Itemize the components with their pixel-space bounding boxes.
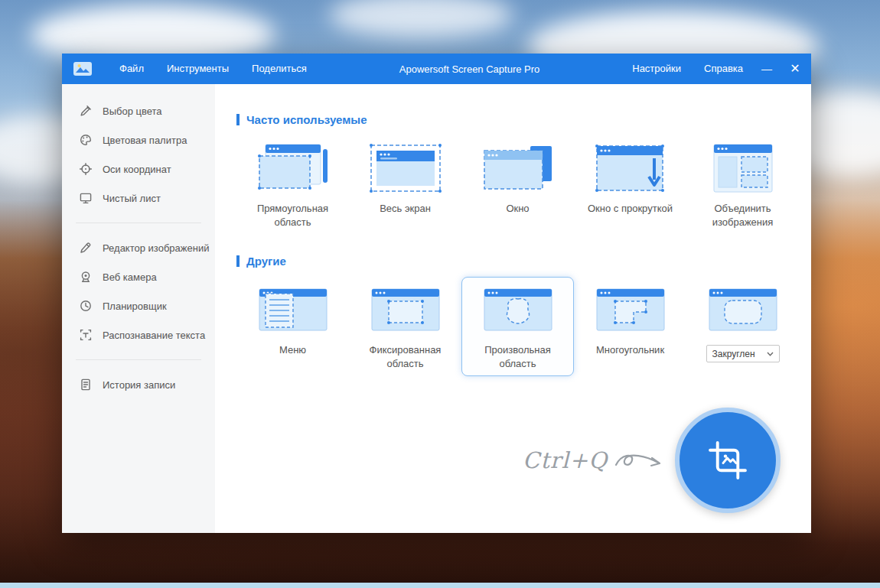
section-frequently-used: Часто используемые: [236, 113, 811, 126]
sidebar-item-label: Чистый лист: [103, 193, 161, 204]
tile-polygon[interactable]: Многоугольник: [574, 277, 686, 376]
app-logo-icon: [73, 61, 93, 76]
tile-label: Меню: [279, 343, 306, 371]
rectangular-area-icon: [256, 143, 330, 193]
tile-label: Многоугольник: [596, 343, 664, 371]
sidebar-item-label: Веб камера: [103, 271, 157, 283]
tile-label: Весь экран: [380, 202, 431, 229]
monitor-icon: [79, 191, 93, 205]
sidebar-divider: [76, 359, 201, 360]
capture-area: Ctrl+Q: [523, 408, 781, 513]
sidebar-item-label: Распознавание текста: [103, 330, 205, 341]
section-title-text: Часто используемые: [246, 113, 367, 126]
color-picker-icon: [79, 104, 93, 118]
cloud: [329, 0, 513, 38]
palette-icon: [79, 133, 93, 147]
main-panel: Часто используемые: [215, 84, 811, 533]
tile-label: Окно с прокруткой: [588, 202, 673, 229]
tile-rectangular-area[interactable]: Прямоугольная область: [236, 135, 349, 235]
menu-share[interactable]: Поделиться: [240, 54, 318, 84]
sidebar-item-label: Оси координат: [103, 164, 171, 175]
tile-freeform-area[interactable]: Произвольная область: [461, 277, 574, 376]
window-title: Apowersoft Screen Capture Pro: [318, 63, 621, 75]
crosshair-icon: [79, 162, 93, 176]
polygon-icon: [594, 284, 667, 335]
menu-help[interactable]: Справка: [693, 54, 755, 84]
capture-button[interactable]: [675, 408, 781, 513]
sidebar-item-axes[interactable]: Оси координат: [62, 154, 215, 184]
crop-capture-icon: [706, 438, 750, 482]
sidebar-item-record-history[interactable]: История записи: [62, 370, 215, 399]
close-button[interactable]: ✕: [779, 54, 811, 84]
curly-arrow-icon: [614, 451, 669, 477]
sidebar-item-scheduler[interactable]: Планировщик: [62, 291, 215, 320]
sidebar-item-label: Редактор изображений: [103, 242, 209, 254]
tile-window[interactable]: Окно: [461, 135, 574, 235]
tile-label: Окно: [506, 202, 529, 229]
sidebar-item-label: Выбор цвета: [103, 106, 162, 117]
menu-settings[interactable]: Настройки: [621, 54, 693, 84]
window-icon: [481, 143, 555, 193]
tile-label: Фиксированная область: [357, 343, 455, 371]
tile-label: Произвольная область: [469, 343, 567, 371]
capture-shortcut-label: Ctrl+Q: [523, 447, 608, 473]
ocr-icon: [79, 328, 93, 342]
menu-file[interactable]: Файл: [108, 54, 155, 84]
tile-scrolling-window[interactable]: Окно с прокруткой: [574, 135, 686, 235]
chevron-down-icon: [767, 352, 774, 356]
titlebar[interactable]: Файл Инструменты Поделиться Apowersoft S…: [62, 54, 811, 84]
sidebar-item-ocr[interactable]: Распознавание текста: [62, 320, 215, 349]
desktop-bottom-strip: [0, 583, 880, 588]
section-others: Другие: [236, 255, 811, 268]
tile-menu[interactable]: Меню: [236, 277, 349, 376]
history-icon: [79, 378, 93, 391]
sidebar-item-webcam[interactable]: Веб камера: [62, 262, 215, 291]
section-accent-bar: [236, 255, 240, 267]
clock-icon: [79, 299, 93, 313]
corner-style-value: Закруглен: [712, 349, 755, 359]
pencil-icon: [79, 241, 93, 255]
full-screen-icon: [369, 143, 442, 193]
sidebar-item-label: Планировщик: [103, 300, 167, 312]
tile-fixed-area[interactable]: Фиксированная область: [349, 277, 461, 376]
minimize-button[interactable]: —: [755, 54, 779, 84]
tile-full-screen[interactable]: Весь экран: [349, 135, 461, 235]
frequently-used-tiles: Прямоугольная область: [236, 135, 811, 235]
webcam-icon: [79, 270, 93, 284]
tile-rounded-area[interactable]: Закруглен: [686, 277, 799, 376]
tile-merge-images[interactable]: Объединить изображения: [686, 135, 799, 235]
tile-label: Объединить изображения: [694, 202, 792, 229]
merge-images-icon: [706, 143, 780, 193]
tile-label: Прямоугольная область: [244, 202, 342, 229]
corner-style-select[interactable]: Закруглен: [706, 345, 780, 362]
menu-tools[interactable]: Инструменты: [155, 54, 240, 84]
other-tiles: Меню Фиксированная область: [236, 277, 811, 376]
sidebar-item-label: Цветовая палитра: [103, 135, 187, 146]
section-title-text: Другие: [246, 255, 286, 268]
sidebar-item-color-picker[interactable]: Выбор цвета: [62, 96, 215, 125]
app-window: Файл Инструменты Поделиться Apowersoft S…: [62, 54, 811, 533]
freeform-area-icon: [481, 284, 555, 335]
sidebar-item-image-editor[interactable]: Редактор изображений: [62, 233, 215, 262]
rounded-area-icon: [706, 284, 780, 335]
sidebar: Выбор цвета Цветовая палитра: [62, 84, 215, 533]
sidebar-item-blank-sheet[interactable]: Чистый лист: [62, 184, 215, 213]
sidebar-item-palette[interactable]: Цветовая палитра: [62, 125, 215, 154]
scrolling-window-icon: [594, 143, 667, 193]
sidebar-divider: [76, 223, 201, 223]
sidebar-item-label: История записи: [103, 379, 175, 391]
section-accent-bar: [236, 114, 240, 125]
menu-capture-icon: [256, 284, 330, 335]
fixed-area-icon: [369, 284, 442, 335]
